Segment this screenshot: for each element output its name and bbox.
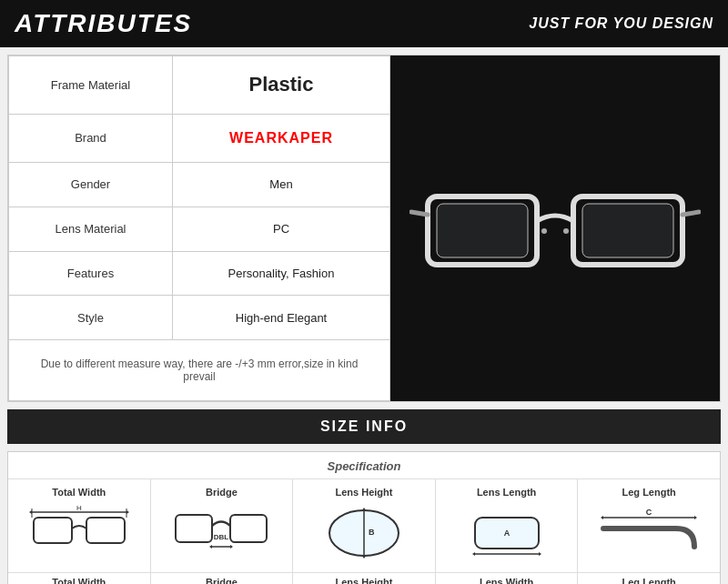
plastic-value: Plastic [249,73,314,96]
spec-section: Specification Total Width H Bridge [7,451,721,584]
svg-line-3 [682,212,699,215]
page-title: ATTRIBUTES [15,9,192,38]
svg-rect-17 [230,515,267,542]
svg-rect-5 [582,204,673,257]
spec-title-text: Specification [328,459,401,473]
note-cell: Due to different measure way, there are … [9,340,390,401]
attr-label: Brand [9,114,173,162]
svg-rect-16 [176,515,212,542]
spec-col-title: Lens Length [477,487,536,498]
svg-point-6 [541,228,547,234]
measurement-total-width: Total Width 142 mm [8,573,151,584]
measurement-label: Bridge [155,577,289,584]
spec-col-title: Lens Height [336,487,393,498]
bridge-diagram: DBL [171,501,271,565]
svg-marker-33 [601,516,603,519]
svg-marker-20 [209,545,212,549]
spec-measurements: Total Width 142 mm Bridge 15 mm Lens Hei… [8,572,720,584]
header-subtitle: JUST FOR YOU DESIGN [529,15,713,32]
lens-length-diagram: A [457,501,557,565]
attributes-table: Frame Material Plastic Brand WEARKAPER G… [8,55,390,401]
brand-value: WEARKAPER [229,130,333,146]
svg-marker-14 [126,510,129,514]
table-row: Brand WEARKAPER [9,114,390,162]
table-row: Gender Men [9,162,390,206]
leg-length-diagram: C [599,501,699,565]
attr-label: Features [9,251,173,296]
svg-text:DBL: DBL [214,533,229,541]
measurement-label: Total Width [12,577,147,584]
spec-col-title: Bridge [206,487,238,498]
measurement-label: Leg Length [581,577,716,584]
attr-value: PC [173,206,390,251]
measurement-label: Lens Width [440,577,574,584]
svg-marker-13 [29,510,32,514]
attr-label: Lens Material [9,206,173,251]
svg-text:A: A [503,529,510,538]
spec-col-lens-height: Lens Height B [293,479,436,572]
svg-marker-34 [694,516,697,519]
spec-col-title: Leg Length [622,487,676,498]
svg-rect-9 [86,518,125,543]
attr-value: Plastic [173,56,390,115]
table-row: Features Personality, Fashion [9,251,390,296]
svg-text:H: H [76,504,82,512]
table-row: Frame Material Plastic [9,56,390,115]
spec-columns: Total Width H Bridge [8,478,720,572]
note-text: Due to different measure way, there are … [41,357,359,383]
attr-label: Frame Material [9,56,173,115]
total-width-diagram: H [29,501,129,565]
table-row-note: Due to different measure way, there are … [9,340,390,401]
table-row: Style High-end Elegant [9,296,390,340]
attr-label: Gender [9,162,173,206]
attr-value: Men [173,162,390,206]
size-info-banner: SIZE INFO [7,409,721,444]
attr-value: High-end Elegant [173,296,390,340]
svg-text:B: B [369,528,375,537]
spec-col-bridge: Bridge DBL [151,479,294,572]
attr-value: WEARKAPER [173,114,390,162]
measurement-bridge: Bridge 15 mm [151,573,294,584]
svg-marker-24 [362,508,366,510]
measurement-lens-height: Lens Height 32 mm [293,573,436,584]
svg-point-7 [563,228,569,234]
measurement-leg-length: Leg Length 140 mm [578,573,720,584]
svg-rect-8 [34,518,72,543]
table-row: Lens Material PC [9,206,390,251]
spec-col-lens-length: Lens Length A [436,479,579,572]
attr-value: Personality, Fashion [173,251,390,296]
svg-marker-21 [230,545,233,549]
measurement-label: Lens Height [297,577,431,584]
spec-title: Specification [8,459,720,478]
spec-col-total-width: Total Width H [8,479,151,572]
size-info-label: SIZE INFO [320,418,408,434]
svg-rect-4 [437,204,528,257]
spec-col-title: Total Width [52,487,106,498]
attributes-section: Frame Material Plastic Brand WEARKAPER G… [7,55,721,402]
measurement-lens-width: Lens Width 55 mm [436,573,579,584]
attr-label: Style [9,296,173,340]
svg-marker-30 [539,552,541,556]
product-image [390,55,720,401]
spec-col-leg-length: Leg Length C [578,479,720,572]
svg-marker-25 [362,556,366,559]
svg-marker-29 [472,552,475,556]
svg-line-2 [411,212,428,215]
glasses-illustration [410,146,701,310]
svg-text:C: C [646,508,652,517]
lens-height-diagram: B [314,501,414,565]
header: ATTRIBUTES JUST FOR YOU DESIGN [0,0,728,47]
